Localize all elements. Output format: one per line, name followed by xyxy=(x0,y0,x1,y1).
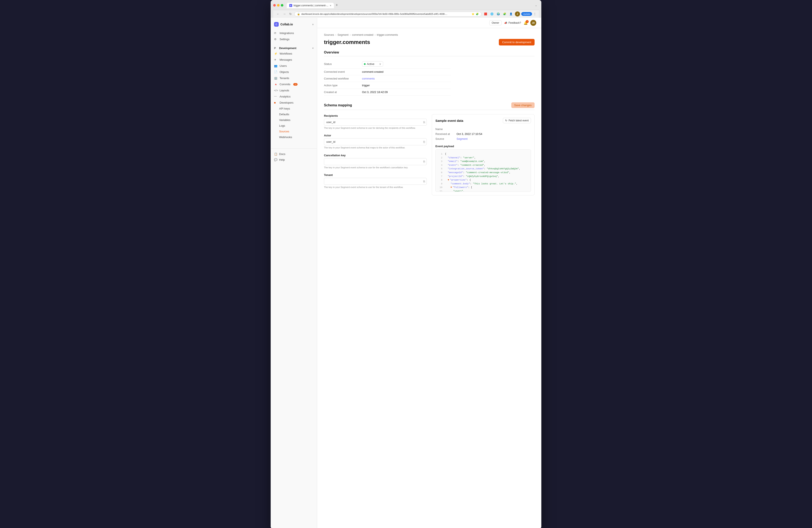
brand[interactable]: C Collab.io ∨ xyxy=(271,20,317,30)
meta-source-link[interactable]: Segment xyxy=(456,137,467,141)
event-payload-label: Event payload xyxy=(435,145,531,148)
actor-copy-button[interactable]: ⎘ xyxy=(423,140,425,144)
sidebar-item-messages[interactable]: ✈ Messages xyxy=(271,57,317,63)
refresh-icon: ↻ xyxy=(505,119,507,122)
status-select[interactable]: Active ∨ xyxy=(362,61,383,67)
menu-icon[interactable]: ⋮ xyxy=(533,12,536,16)
address-bar-row: ← → ↻ 🔒 dashboard.knock-dev.app/collabio… xyxy=(273,10,539,18)
tab-extra-icon[interactable]: ⌄ xyxy=(533,3,539,8)
schema-mapping-title: Schema mapping xyxy=(324,103,352,107)
breadcrumb-comment-created[interactable]: comment-created xyxy=(352,33,373,36)
sidebar-item-layouts[interactable]: </> Layouts xyxy=(271,87,317,93)
sidebar-subitem-variables[interactable]: Variables xyxy=(276,117,317,123)
extension-icon-2[interactable]: 🌐 xyxy=(490,11,495,16)
fetch-latest-event-button[interactable]: ↻ Fetch latest event xyxy=(503,118,531,123)
tab-favicon: K xyxy=(289,4,292,7)
code-line-11: 11 "user1", xyxy=(438,189,528,192)
cancellation-key-input[interactable] xyxy=(324,158,427,165)
sidebar-item-commits[interactable]: 🔺 Commits 10 xyxy=(271,81,317,87)
page-title: trigger.comments xyxy=(324,39,370,45)
developers-icon: ■ xyxy=(274,101,277,104)
breadcrumb-segment[interactable]: Segment xyxy=(337,33,348,36)
browser-avatar[interactable]: J xyxy=(515,11,520,16)
line-num-11: 11 xyxy=(438,189,443,192)
line-num-7: 7 xyxy=(438,175,443,178)
feedback-button[interactable]: 📣 Feedback? xyxy=(504,21,521,24)
line-num-4: 4 xyxy=(438,163,443,167)
status-select-value: Active xyxy=(367,62,374,65)
sample-event-title: Sample event data xyxy=(435,119,463,122)
sidebar-item-users[interactable]: 👥 Users xyxy=(271,63,317,69)
feedback-label: Feedback? xyxy=(509,21,521,24)
actor-field-group: Actor ⎘ The key in your Segment event sc… xyxy=(324,134,427,149)
breadcrumb-sources[interactable]: Sources xyxy=(324,33,334,36)
line-num-10: 10 xyxy=(438,186,443,189)
notification-button[interactable]: 🔔 2 xyxy=(524,21,528,25)
sidebar-subitem-logs[interactable]: Logs xyxy=(276,123,317,129)
cancellation-key-copy-button[interactable]: ⎘ xyxy=(423,160,425,163)
commits-icon: 🔺 xyxy=(274,83,277,86)
status-select-chevron: ∨ xyxy=(379,62,381,65)
profile-icon[interactable]: 👤 xyxy=(509,11,513,16)
connected-event-row: Connected event comment-created xyxy=(324,69,451,75)
extensions-menu-icon[interactable]: 🧩 xyxy=(502,11,507,16)
sidebar-subitem-defaults[interactable]: Defaults xyxy=(276,112,317,117)
action-type-label: Action type xyxy=(324,84,362,87)
save-changes-button[interactable]: Save changes xyxy=(511,102,535,108)
fullscreen-traffic-light[interactable] xyxy=(281,4,284,6)
connected-workflow-link[interactable]: comments xyxy=(362,77,375,80)
new-tab-button[interactable]: + xyxy=(335,2,339,8)
bookmark-icon[interactable]: ⭐ xyxy=(472,13,475,15)
line-content-3: "email": "sam@example.com", xyxy=(445,160,485,163)
actor-input[interactable] xyxy=(324,138,427,145)
sidebar-item-objects[interactable]: 📄 Objects xyxy=(271,69,317,75)
tab-close-button[interactable]: ✕ xyxy=(330,4,331,7)
update-button[interactable]: Update xyxy=(521,12,532,16)
created-at-row: Created at Oct 3, 2022 18:42:09 xyxy=(324,89,451,96)
user-avatar[interactable]: JD xyxy=(530,20,536,26)
back-button[interactable]: ← xyxy=(276,12,280,16)
tab-bar: K trigger.comments | comment-... ✕ + xyxy=(287,2,532,8)
line-content-2: "channel": "server", xyxy=(445,156,476,160)
sidebar-subitem-sources[interactable]: Sources xyxy=(276,129,317,134)
tenant-input[interactable] xyxy=(324,178,427,185)
forward-button[interactable]: → xyxy=(282,12,287,16)
extension-icon-1[interactable]: 🟥 xyxy=(483,11,488,16)
extensions-icon[interactable]: 🧩 xyxy=(476,13,479,15)
sidebar-item-settings[interactable]: ⚙ Settings xyxy=(271,36,317,42)
close-traffic-light[interactable] xyxy=(273,4,276,6)
url-text: dashboard.knock-dev.app/collabio/develop… xyxy=(301,13,470,15)
minimize-traffic-light[interactable] xyxy=(277,4,279,6)
sidebar-item-tenants[interactable]: 🏢 Tenants xyxy=(271,75,317,81)
code-line-10: 10 ▼"followers": [ xyxy=(438,186,528,189)
owner-button[interactable]: Owner xyxy=(489,20,502,25)
commit-to-development-button[interactable]: Commit to development xyxy=(499,39,535,45)
address-bar[interactable]: 🔒 dashboard.knock-dev.app/collabio/devel… xyxy=(294,12,481,16)
sidebar-subitem-webhooks[interactable]: Webhooks xyxy=(276,134,317,140)
code-line-8: 8 ▼"properties": { xyxy=(438,178,528,182)
sidebar-item-developers[interactable]: ■ Developers xyxy=(271,100,317,106)
analytics-icon: 〰 xyxy=(274,95,277,98)
commits-label: Commits xyxy=(279,83,290,86)
event-payload-code: 1 { 2 "channel": "server", 3 xyxy=(435,149,531,192)
tenant-copy-button[interactable]: ⎘ xyxy=(423,180,425,183)
sidebar-item-help[interactable]: 💬 Help xyxy=(274,157,314,163)
sidebar: C Collab.io ∨ ⟳ Integrations ⚙ Settings … xyxy=(271,18,317,528)
cancellation-key-field-group: Cancellation key ⎘ The key in your Segme… xyxy=(324,154,427,169)
extension-icon-3[interactable]: 🌍 xyxy=(496,11,501,16)
action-type-value: trigger xyxy=(362,84,370,87)
integrations-icon: ⟳ xyxy=(274,31,277,35)
cancellation-key-input-wrap: ⎘ xyxy=(324,158,427,165)
app-layout: C Collab.io ∨ ⟳ Integrations ⚙ Settings … xyxy=(271,18,541,528)
sidebar-item-docs[interactable]: 📋 Docs xyxy=(274,151,314,157)
connected-event-label: Connected event xyxy=(324,70,362,73)
development-section-header[interactable]: P Development ∨ xyxy=(274,46,314,50)
sidebar-item-analytics[interactable]: 〰 Analytics xyxy=(271,93,317,100)
recipients-copy-button[interactable]: ⎘ xyxy=(423,120,425,124)
refresh-button[interactable]: ↻ xyxy=(288,12,293,16)
browser-tab-active[interactable]: K trigger.comments | comment-... ✕ xyxy=(287,3,334,8)
sidebar-subitem-api-keys[interactable]: API keys xyxy=(276,106,317,112)
recipients-input[interactable] xyxy=(324,119,427,126)
sidebar-item-integrations[interactable]: ⟳ Integrations xyxy=(271,30,317,36)
sidebar-item-workflows[interactable]: ⚡ Workflows xyxy=(271,50,317,57)
